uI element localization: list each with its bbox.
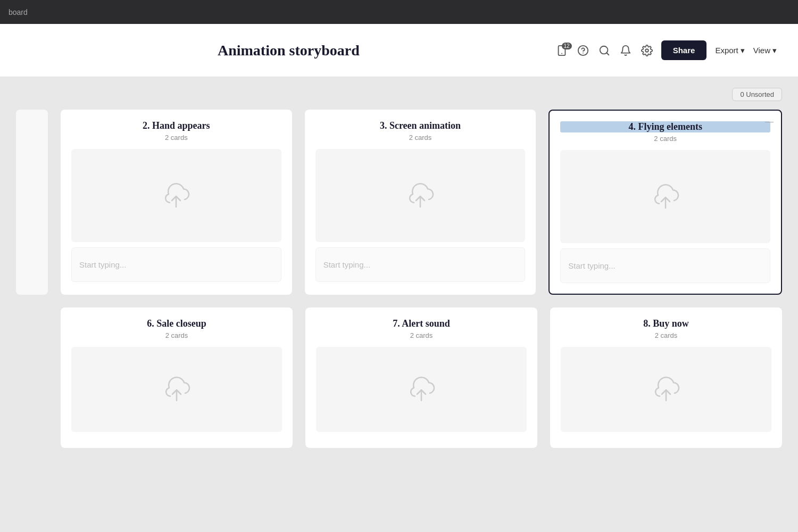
upload-placeholder-buy-now[interactable] [561,347,771,432]
upload-placeholder-alert-sound[interactable] [316,347,527,432]
card-group-subtitle-sale-closeup: 2 cards [71,331,282,339]
upload-placeholder-sale-closeup[interactable] [71,347,282,432]
card-group-flying-elements[interactable]: — 4. Flying elements 2 cards Start typin… [548,110,782,295]
upload-placeholder-flying-elements[interactable] [560,150,770,243]
card-group-title-flying-elements: 4. Flying elements [560,121,770,132]
close-icon[interactable]: — [765,117,774,127]
search-icon[interactable] [598,45,610,56]
card-group-title-hand-appears: 2. Hand appears [71,120,281,131]
header: Animation storyboard 12 [0,24,798,77]
upload-placeholder-hand-appears[interactable] [71,149,281,242]
bell-icon[interactable] [620,45,631,56]
upload-placeholder-screen-animation[interactable] [315,149,526,242]
header-right: 12 [556,40,777,60]
card-group-subtitle-screen-animation: 2 cards [315,134,526,142]
card-group-subtitle-flying-elements: 2 cards [560,135,770,143]
card-group-title-alert-sound: 7. Alert sound [316,318,527,329]
card-group-title-screen-animation: 3. Screen animation [315,120,526,131]
settings-icon[interactable] [641,45,653,56]
card-group-subtitle-buy-now: 2 cards [561,331,771,339]
text-placeholder-hand-appears[interactable]: Start typing... [71,247,281,282]
text-placeholder-screen-animation[interactable]: Start typing... [315,247,526,282]
card-group-partial [16,110,48,295]
svg-point-6 [645,49,649,52]
header-icons: 12 [556,45,653,56]
card-group-subtitle-hand-appears: 2 cards [71,134,281,142]
card-group-buy-now[interactable]: 8. Buy now 2 cards [550,307,782,448]
brand-label: board [9,8,28,16]
card-group-screen-animation[interactable]: 3. Screen animation 2 cards Start typing… [305,110,536,295]
main-content: 0 Unsorted 2. Hand appears 2 cards Start… [0,77,798,532]
page-title: Animation storyboard [218,42,360,59]
share-button[interactable]: Share [661,40,707,60]
phone-icon[interactable]: 12 [556,45,568,56]
svg-line-5 [606,53,609,55]
unsorted-badge: 0 Unsorted [732,88,782,101]
help-icon[interactable] [577,45,589,56]
card-group-sale-closeup[interactable]: 6. Sale closeup 2 cards [61,307,293,448]
top-bar: board [0,0,798,24]
export-button[interactable]: Export ▾ [715,46,744,55]
card-group-hand-appears[interactable]: 2. Hand appears 2 cards Start typing... [61,110,292,295]
card-group-title-buy-now: 8. Buy now [561,318,771,329]
card-group-title-sale-closeup: 6. Sale closeup [71,318,282,329]
text-placeholder-flying-elements[interactable]: Start typing... [560,248,770,283]
card-group-subtitle-alert-sound: 2 cards [316,331,527,339]
unsorted-bar: 0 Unsorted [16,88,782,101]
notif-count: 12 [562,43,572,49]
view-button[interactable]: View ▾ [753,46,777,55]
card-group-alert-sound[interactable]: 7. Alert sound 2 cards [305,307,537,448]
